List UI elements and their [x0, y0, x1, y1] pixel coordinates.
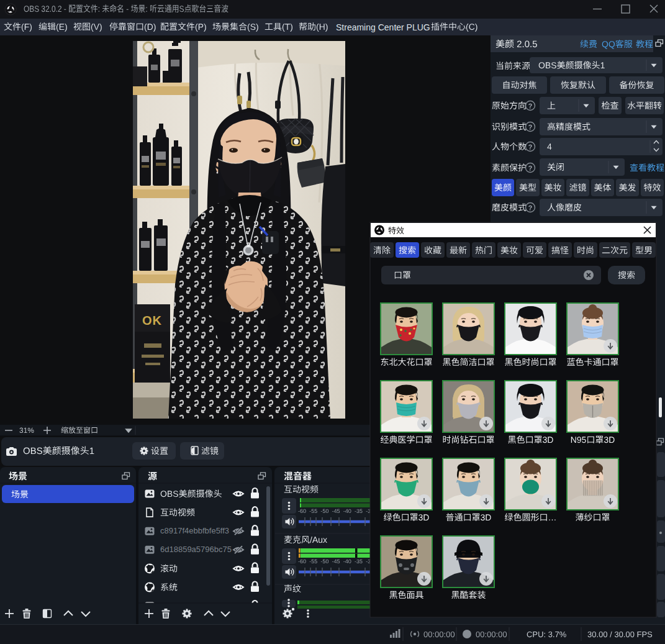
svg-text:OK: OK — [142, 314, 162, 327]
